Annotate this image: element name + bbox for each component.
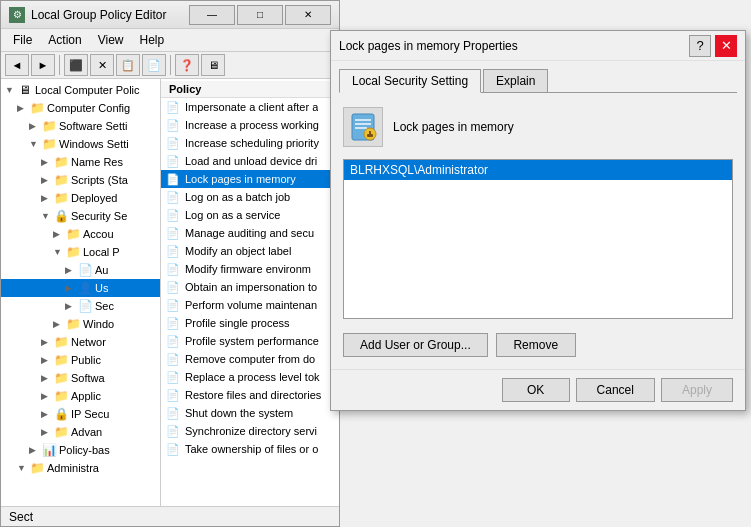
close-button[interactable]: ✕ (285, 5, 331, 25)
policy-item[interactable]: 📄 Profile system performance (161, 332, 339, 350)
policy-item[interactable]: 📄 Shut down the system (161, 404, 339, 422)
tree-icon-folder: 📁 (53, 190, 69, 206)
tab-local-security[interactable]: Local Security Setting (339, 69, 481, 93)
menu-bar: File Action View Help (1, 29, 339, 52)
minimize-button[interactable]: — (189, 5, 235, 25)
tree-item-deployed[interactable]: ▶ 📁 Deployed (1, 189, 160, 207)
policy-item[interactable]: 📄 Synchronize directory servi (161, 422, 339, 440)
content-area: ▼ 🖥 Local Computer Polic ▶ 📁 Computer Co… (1, 79, 339, 506)
dialog-close-button[interactable]: ✕ (715, 35, 737, 57)
tree-item-network[interactable]: ▶ 📁 Networ (1, 333, 160, 351)
tree-item-user-rights[interactable]: ▶ 👤 Us (1, 279, 160, 297)
forward-button[interactable]: ► (31, 54, 55, 76)
tree-arrow: ▶ (41, 409, 53, 419)
tree-arrow: ▶ (65, 283, 77, 293)
tree-arrow: ▶ (29, 121, 41, 131)
tree-item-ip-security[interactable]: ▶ 🔒 IP Secu (1, 405, 160, 423)
policy-item[interactable]: 📄 Load and unload device dri (161, 152, 339, 170)
policy-label: Manage auditing and secu (185, 227, 314, 239)
policy-item[interactable]: 📄 Obtain an impersonation to (161, 278, 339, 296)
tree-item-audit[interactable]: ▶ 📄 Au (1, 261, 160, 279)
tree-arrow: ▶ (17, 103, 29, 113)
tree-label: Applic (71, 390, 101, 402)
tree-item-accounts[interactable]: ▶ 📁 Accou (1, 225, 160, 243)
policy-panel: Policy 📄 Impersonate a client after a 📄 … (161, 79, 339, 506)
ok-button[interactable]: OK (502, 378, 570, 402)
tree-icon-folder: 📁 (65, 244, 81, 260)
policy-item[interactable]: 📄 Perform volume maintenan (161, 296, 339, 314)
menu-help[interactable]: Help (132, 31, 173, 49)
back-button[interactable]: ◄ (5, 54, 29, 76)
dialog-title: Lock pages in memory Properties (339, 39, 689, 53)
tree-arrow: ▶ (41, 427, 53, 437)
maximize-button[interactable]: □ (237, 5, 283, 25)
policy-item[interactable]: 📄 Replace a process level tok (161, 368, 339, 386)
tree-label: Scripts (Sta (71, 174, 128, 186)
tree-item-nameres[interactable]: ▶ 📁 Name Res (1, 153, 160, 171)
svg-rect-3 (355, 127, 367, 129)
menu-file[interactable]: File (5, 31, 40, 49)
dialog-action-buttons: Add User or Group... Remove (343, 327, 733, 359)
policy-item[interactable]: 📄 Log on as a batch job (161, 188, 339, 206)
policy-item[interactable]: 📄 Modify firmware environm (161, 260, 339, 278)
user-list-item-admin[interactable]: BLRHXSQL\Administrator (344, 160, 732, 180)
tree-item-windows[interactable]: ▼ 📁 Windows Setti (1, 135, 160, 153)
policy-item[interactable]: 📄 Increase scheduling priority (161, 134, 339, 152)
toolbar: ◄ ► ⬛ ✕ 📋 📄 ❓ 🖥 (1, 52, 339, 79)
tree-icon-folder: 📁 (29, 100, 45, 116)
tree-item-root[interactable]: ▼ 🖥 Local Computer Polic (1, 81, 160, 99)
policy-item[interactable]: 📄 Remove computer from do (161, 350, 339, 368)
dialog-help-button[interactable]: ? (689, 35, 711, 57)
policy-icon: 📄 (165, 369, 181, 385)
tree-item-public[interactable]: ▶ 📁 Public (1, 351, 160, 369)
policy-label: Replace a process level tok (185, 371, 320, 383)
tab-explain[interactable]: Explain (483, 69, 548, 92)
dialog-policy-title: Lock pages in memory (393, 120, 514, 134)
tree-icon-folder: 📁 (53, 334, 69, 350)
menu-action[interactable]: Action (40, 31, 89, 49)
policy-item[interactable]: 📄 Take ownership of files or o (161, 440, 339, 458)
policy-label: Impersonate a client after a (185, 101, 318, 113)
tree-item-local-policies[interactable]: ▼ 📁 Local P (1, 243, 160, 261)
policy-info-row: Lock pages in memory (343, 103, 733, 151)
add-user-button[interactable]: Add User or Group... (343, 333, 488, 357)
copy-button[interactable]: 📋 (116, 54, 140, 76)
tree-item-software[interactable]: ▶ 📁 Software Setti (1, 117, 160, 135)
tree-item-software2[interactable]: ▶ 📁 Softwa (1, 369, 160, 387)
tree-label: Advan (71, 426, 102, 438)
tree-item-computer-config[interactable]: ▶ 📁 Computer Config (1, 99, 160, 117)
apply-button[interactable]: Apply (661, 378, 733, 402)
policy-item[interactable]: 📄 Manage auditing and secu (161, 224, 339, 242)
tree-item-security-options[interactable]: ▶ 📄 Sec (1, 297, 160, 315)
policy-label: Load and unload device dri (185, 155, 317, 167)
cancel-button[interactable]: Cancel (576, 378, 655, 402)
paste-button[interactable]: 📄 (142, 54, 166, 76)
policy-item[interactable]: 📄 Restore files and directories (161, 386, 339, 404)
show-hide-tree-button[interactable]: ⬛ (64, 54, 88, 76)
policy-icon: 📄 (165, 387, 181, 403)
extra-button[interactable]: 🖥 (201, 54, 225, 76)
policy-item[interactable]: 📄 Modify an object label (161, 242, 339, 260)
policy-item[interactable]: 📄 Increase a process working (161, 116, 339, 134)
policy-item-lock-pages[interactable]: 📄 Lock pages in memory (161, 170, 339, 188)
users-list[interactable]: BLRHXSQL\Administrator (343, 159, 733, 319)
policy-item[interactable]: 📄 Profile single process (161, 314, 339, 332)
tree-item-scripts[interactable]: ▶ 📁 Scripts (Sta (1, 171, 160, 189)
remove-button[interactable]: Remove (496, 333, 576, 357)
policy-label: Synchronize directory servi (185, 425, 317, 437)
tree-item-advanced[interactable]: ▶ 📁 Advan (1, 423, 160, 441)
help-button[interactable]: ❓ (175, 54, 199, 76)
tree-item-admin[interactable]: ▼ 📁 Administra (1, 459, 160, 477)
policy-item[interactable]: 📄 Impersonate a client after a (161, 98, 339, 116)
svg-rect-2 (355, 123, 371, 125)
up-button[interactable]: ✕ (90, 54, 114, 76)
tree-item-security[interactable]: ▼ 🔒 Security Se (1, 207, 160, 225)
policy-icon: 📄 (165, 207, 181, 223)
tree-icon-folder: 📁 (41, 136, 57, 152)
tree-item-windows-fw[interactable]: ▶ 📁 Windo (1, 315, 160, 333)
menu-view[interactable]: View (90, 31, 132, 49)
tree-item-policy-based[interactable]: ▶ 📊 Policy-bas (1, 441, 160, 459)
tree-label: Softwa (71, 372, 105, 384)
tree-item-applic[interactable]: ▶ 📁 Applic (1, 387, 160, 405)
policy-item[interactable]: 📄 Log on as a service (161, 206, 339, 224)
